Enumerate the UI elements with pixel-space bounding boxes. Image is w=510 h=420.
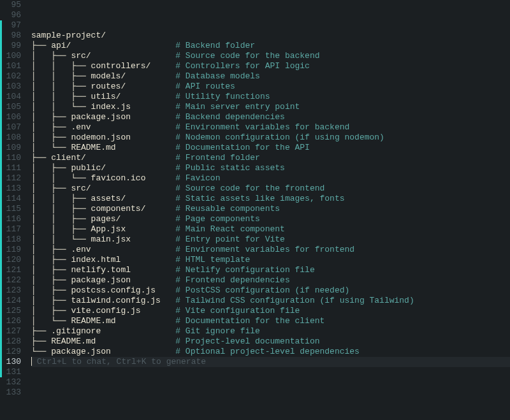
code-text: │ └── README.md — [31, 316, 116, 326]
line-number: 107 — [2, 122, 25, 133]
code-line[interactable]: │ │ └── index.js # Main server entry poi… — [31, 102, 510, 112]
code-comment: # Controllers for API logic — [175, 61, 310, 71]
line-number: 129 — [2, 347, 25, 357]
code-text: │ │ ├── App.jsx — [31, 224, 126, 234]
code-text: │ │ └── main.jsx — [31, 235, 131, 244]
code-comment: # API routes — [175, 82, 235, 91]
line-number: 99 — [2, 41, 25, 51]
line-number: 130 — [2, 357, 25, 367]
code-line[interactable]: ├── .gitignore # Git ignore file — [31, 326, 510, 337]
code-line[interactable]: │ ├── src/ # Source code for the fronten… — [31, 184, 510, 194]
code-comment: # Tailwind CSS configuration (if using T… — [175, 296, 414, 305]
code-line[interactable]: │ │ ├── utils/ # Utility functions — [31, 92, 510, 102]
code-line[interactable] — [31, 367, 510, 377]
code-text: │ ├── package.json — [31, 275, 131, 285]
code-comment: # Database models — [175, 71, 260, 81]
line-number: 133 — [2, 387, 25, 398]
code-text: ├── api/ — [31, 41, 71, 50]
line-number: 105 — [2, 102, 25, 112]
code-comment: # Frontend dependencies — [175, 275, 289, 285]
code-area[interactable]: sample-project/├── api/ # Backend folder… — [25, 0, 510, 420]
line-number: 104 — [2, 92, 25, 102]
code-line[interactable]: │ ├── package.json # Backend dependencie… — [31, 112, 510, 122]
code-line[interactable]: ├── client/ # Frontend folder — [31, 153, 510, 163]
code-line[interactable] — [31, 377, 510, 387]
code-line[interactable]: │ ├── netlify.toml # Netlify configurati… — [31, 265, 510, 275]
code-line[interactable]: └── package.json # Optional project-leve… — [31, 347, 510, 357]
code-comment: # Project-level documentation — [175, 337, 319, 346]
code-comment: # Source code for the frontend — [175, 184, 324, 193]
code-line[interactable]: │ │ ├── controllers/ # Controllers for A… — [31, 61, 510, 71]
line-number: 117 — [2, 224, 25, 235]
code-comment: # Backend folder — [175, 41, 255, 50]
code-line[interactable]: │ ├── vite.config.js # Vite configuratio… — [31, 306, 510, 316]
line-number: 96 — [2, 10, 25, 20]
code-text: │ ├── .env — [31, 245, 91, 254]
code-line[interactable] — [31, 10, 510, 20]
code-line[interactable]: │ ├── package.json # Frontend dependenci… — [31, 275, 510, 286]
code-line[interactable]: │ └── README.md # Documentation for the … — [31, 316, 510, 326]
code-editor[interactable]: 9596979899100101102103104105106107108109… — [0, 0, 510, 420]
code-text: │ ├── .env — [31, 122, 91, 132]
code-line[interactable]: │ ├── .env # Environment variables for b… — [31, 122, 510, 133]
code-comment: # Backend dependencies — [175, 112, 285, 122]
code-line[interactable]: │ ├── public/ # Public static assets — [31, 163, 510, 173]
code-text: │ ├── src/ — [31, 51, 91, 61]
line-number: 103 — [2, 82, 25, 92]
code-line[interactable]: │ │ ├── routes/ # API routes — [31, 82, 510, 92]
code-text: │ │ ├── components/ — [31, 204, 145, 214]
line-number: 121 — [2, 265, 25, 275]
code-line[interactable]: │ │ ├── components/ # Reusable component… — [31, 204, 510, 214]
code-line[interactable]: ├── README.md # Project-level documentat… — [31, 337, 510, 347]
code-line[interactable]: sample-project/ — [31, 31, 510, 41]
line-number: 125 — [2, 306, 25, 316]
code-line[interactable]: │ ├── tailwind.config.js # Tailwind CSS … — [31, 296, 510, 306]
code-line[interactable]: │ │ ├── assets/ # Static assets like ima… — [31, 194, 510, 204]
code-line[interactable]: │ ├── .env # Environment variables for f… — [31, 245, 510, 255]
code-comment: # Netlify configuration file — [175, 265, 314, 275]
code-text: │ └── README.md — [31, 143, 116, 152]
code-line[interactable]: │ │ └── main.jsx # Entry point for Vite — [31, 235, 510, 245]
line-number: 123 — [2, 286, 25, 296]
code-text: │ │ └── favicon.ico — [31, 173, 145, 183]
line-number: 116 — [2, 214, 25, 224]
code-line[interactable]: │ ├── postcss.config.js # PostCSS config… — [31, 286, 510, 296]
code-line[interactable]: │ │ ├── models/ # Database models — [31, 71, 510, 82]
inline-suggestion: Ctrl+L to chat, Ctrl+K to generate — [32, 357, 206, 366]
code-line[interactable]: │ │ ├── pages/ # Page components — [31, 214, 510, 224]
code-line[interactable]: Ctrl+L to chat, Ctrl+K to generate — [31, 357, 510, 367]
code-comment: # Frontend folder — [175, 153, 260, 163]
code-text: ├── .gitignore — [31, 326, 101, 336]
code-text: │ │ ├── utils/ — [31, 92, 120, 101]
line-number: 110 — [2, 153, 25, 163]
vcs-gutter — [0, 0, 2, 420]
code-text: │ │ ├── models/ — [31, 71, 126, 81]
code-line[interactable] — [31, 0, 510, 10]
code-line[interactable]: │ └── README.md # Documentation for the … — [31, 143, 510, 153]
code-line[interactable]: │ ├── src/ # Source code for the backend — [31, 51, 510, 61]
code-text: │ ├── netlify.toml — [31, 265, 131, 275]
code-comment: # Documentation for the client — [175, 316, 324, 326]
code-text: │ ├── package.json — [31, 112, 131, 122]
line-number: 120 — [2, 255, 25, 265]
code-comment: # Reusable components — [175, 204, 280, 214]
code-line[interactable]: │ ├── nodemon.json # Nodemon configurati… — [31, 133, 510, 143]
code-comment: # Page components — [175, 214, 260, 224]
code-text: │ ├── index.html — [31, 255, 120, 264]
line-number: 131 — [2, 367, 25, 377]
code-text: ├── README.md — [31, 337, 96, 346]
code-comment: # HTML template — [175, 255, 250, 264]
code-text: │ │ ├── assets/ — [31, 194, 126, 203]
code-line[interactable] — [31, 20, 510, 31]
line-number: 119 — [2, 245, 25, 255]
code-line[interactable] — [31, 387, 510, 398]
code-comment: # Environment variables for backend — [175, 122, 349, 132]
code-text: │ ├── nodemon.json — [31, 133, 131, 142]
code-line[interactable]: │ │ ├── App.jsx # Main React component — [31, 224, 510, 235]
code-comment: # Public static assets — [175, 163, 285, 173]
code-line[interactable]: │ │ └── favicon.ico # Favicon — [31, 173, 510, 184]
code-line[interactable]: ├── api/ # Backend folder — [31, 41, 510, 51]
line-number: 108 — [2, 133, 25, 143]
code-line[interactable]: │ ├── index.html # HTML template — [31, 255, 510, 265]
code-text: │ │ └── index.js — [31, 102, 131, 112]
